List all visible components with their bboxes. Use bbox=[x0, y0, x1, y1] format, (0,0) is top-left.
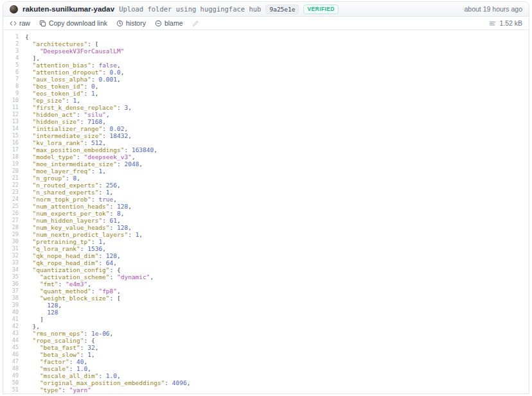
line-number[interactable]: 16 bbox=[3, 139, 19, 146]
code-line: 34 "quantization_config": { bbox=[3, 266, 529, 273]
code-line-text: "beta_slow": 1, bbox=[19, 351, 95, 358]
commit-hash-badge[interactable]: 9a25e1e bbox=[265, 4, 299, 14]
code-line-text: "quant_method": "fp8", bbox=[19, 288, 121, 295]
line-number[interactable]: 27 bbox=[3, 217, 19, 224]
line-number[interactable]: 44 bbox=[3, 337, 19, 344]
line-number[interactable]: 26 bbox=[3, 210, 19, 217]
history-button[interactable]: history bbox=[116, 19, 146, 27]
code-line-text: "weight_block_size": [ bbox=[19, 295, 121, 302]
code-line-text: ] bbox=[19, 316, 44, 323]
line-number[interactable]: 13 bbox=[3, 118, 19, 125]
code-line-text: ], bbox=[19, 55, 40, 62]
file-size-indicator: 1.52 kB bbox=[489, 19, 522, 27]
code-line: 49 "mscale_all_dim": 1.0, bbox=[3, 372, 529, 379]
line-number[interactable]: 19 bbox=[3, 160, 19, 168]
line-number[interactable]: 46 bbox=[3, 351, 19, 358]
line-number[interactable]: 3 bbox=[3, 47, 19, 55]
contribute-button[interactable] bbox=[192, 20, 199, 27]
line-number[interactable]: 28 bbox=[3, 224, 19, 231]
code-line: 31 "q_lora_rank": 1536, bbox=[3, 245, 529, 252]
line-number[interactable]: 14 bbox=[3, 125, 19, 132]
line-number[interactable]: 10 bbox=[3, 97, 19, 104]
code-line: 45 "beta_fast": 32, bbox=[3, 344, 529, 351]
line-number[interactable]: 30 bbox=[3, 238, 19, 245]
line-number[interactable]: 43 bbox=[3, 330, 19, 337]
line-number[interactable]: 40 bbox=[3, 309, 19, 316]
line-number[interactable]: 21 bbox=[3, 175, 19, 182]
line-number[interactable]: 11 bbox=[3, 104, 19, 111]
code-line-text: 128, bbox=[19, 302, 62, 309]
commit-message[interactable]: Upload folder using huggingface_hub bbox=[119, 5, 261, 13]
file-toolbar: raw Copy download link history blame bbox=[3, 17, 529, 30]
code-line-text: "architectures": [ bbox=[19, 40, 98, 47]
line-number[interactable]: 34 bbox=[3, 266, 19, 273]
code-line-text: "n_shared_experts": 1, bbox=[19, 189, 113, 196]
line-number[interactable]: 22 bbox=[3, 182, 19, 189]
line-number[interactable]: 39 bbox=[3, 302, 19, 309]
code-line-text: "model_type": "deepseek_v3", bbox=[19, 153, 136, 160]
line-number[interactable]: 15 bbox=[3, 132, 19, 139]
line-number[interactable]: 20 bbox=[3, 168, 19, 175]
line-number[interactable]: 50 bbox=[3, 379, 19, 386]
line-number[interactable]: 41 bbox=[3, 316, 19, 323]
line-number[interactable]: 6 bbox=[3, 69, 19, 76]
line-number[interactable]: 25 bbox=[3, 203, 19, 210]
line-number[interactable]: 49 bbox=[3, 372, 19, 379]
line-number[interactable]: 17 bbox=[3, 146, 19, 153]
code-line-text: "q_lora_rank": 1536, bbox=[19, 245, 106, 252]
copy-download-link-label: Copy download link bbox=[49, 19, 107, 27]
file-size-label: 1.52 kB bbox=[499, 19, 522, 27]
line-number[interactable]: 48 bbox=[3, 365, 19, 372]
code-line: 4 ], bbox=[3, 55, 529, 62]
line-number[interactable]: 4 bbox=[3, 55, 19, 62]
user-avatar[interactable] bbox=[10, 5, 18, 13]
code-line: 22 "n_routed_experts": 256, bbox=[3, 182, 529, 189]
line-number[interactable]: 2 bbox=[3, 40, 19, 47]
line-number[interactable]: 24 bbox=[3, 196, 19, 203]
line-number[interactable]: 31 bbox=[3, 245, 19, 252]
verified-badge[interactable]: VERIFIED bbox=[303, 4, 338, 14]
line-number[interactable]: 51 bbox=[3, 386, 19, 393]
line-number[interactable]: 42 bbox=[3, 323, 19, 330]
line-number[interactable]: 8 bbox=[3, 83, 19, 90]
code-line: 21 "n_group": 8, bbox=[3, 175, 529, 182]
code-line-text: "type": "yarn" bbox=[19, 386, 91, 393]
line-number[interactable]: 38 bbox=[3, 295, 19, 302]
code-line-text: "mscale_all_dim": 1.0, bbox=[19, 372, 121, 379]
code-line: 41 ] bbox=[3, 316, 529, 323]
line-number[interactable]: 47 bbox=[3, 358, 19, 365]
line-number[interactable]: 7 bbox=[3, 76, 19, 83]
code-icon bbox=[10, 20, 17, 27]
code-line: 8 "bos_token_id": 0, bbox=[3, 83, 529, 90]
line-number[interactable]: 12 bbox=[3, 111, 19, 118]
code-line: 17 "max_position_embeddings": 163840, bbox=[3, 146, 529, 153]
line-number[interactable]: 18 bbox=[3, 153, 19, 160]
code-line-text: "beta_fast": 32, bbox=[19, 344, 98, 351]
line-number[interactable]: 1 bbox=[3, 33, 19, 40]
code-line-text: "num_key_value_heads": 128, bbox=[19, 224, 132, 231]
code-viewer: 1{2 "architectures": [3 "DeepseekV3ForCa… bbox=[3, 30, 529, 393]
code-line: 48 "mscale": 1.0, bbox=[3, 365, 529, 372]
line-number[interactable]: 35 bbox=[3, 273, 19, 280]
code-line-text: "aux_loss_alpha": 0.001, bbox=[19, 76, 121, 83]
code-line: 50 "original_max_position_embeddings": 4… bbox=[3, 379, 529, 386]
line-number[interactable]: 5 bbox=[3, 62, 19, 69]
raw-button[interactable]: raw bbox=[10, 19, 30, 27]
line-number[interactable]: 23 bbox=[3, 189, 19, 196]
line-number[interactable]: 45 bbox=[3, 344, 19, 351]
line-number[interactable]: 32 bbox=[3, 252, 19, 259]
commit-author[interactable]: rakuten-sunilkumar-yadav bbox=[22, 5, 114, 13]
line-number[interactable]: 37 bbox=[3, 288, 19, 295]
line-number[interactable]: 33 bbox=[3, 259, 19, 266]
copy-download-link-button[interactable]: Copy download link bbox=[39, 19, 107, 27]
code-line-text: "hidden_size": 7168, bbox=[19, 118, 106, 125]
line-number[interactable]: 36 bbox=[3, 280, 19, 288]
code-line: 36 "fmt": "e4m3", bbox=[3, 280, 529, 288]
line-number[interactable]: 29 bbox=[3, 231, 19, 238]
code-line-text: "num_nextn_predict_layers": 1, bbox=[19, 231, 143, 238]
code-line-text: "rms_norm_eps": 1e-06, bbox=[19, 330, 113, 337]
code-line-text: "mscale": 1.0, bbox=[19, 365, 91, 372]
line-number[interactable]: 9 bbox=[3, 90, 19, 97]
code-line-text: "bos_token_id": 0, bbox=[19, 83, 98, 90]
blame-button[interactable]: blame bbox=[155, 19, 183, 27]
